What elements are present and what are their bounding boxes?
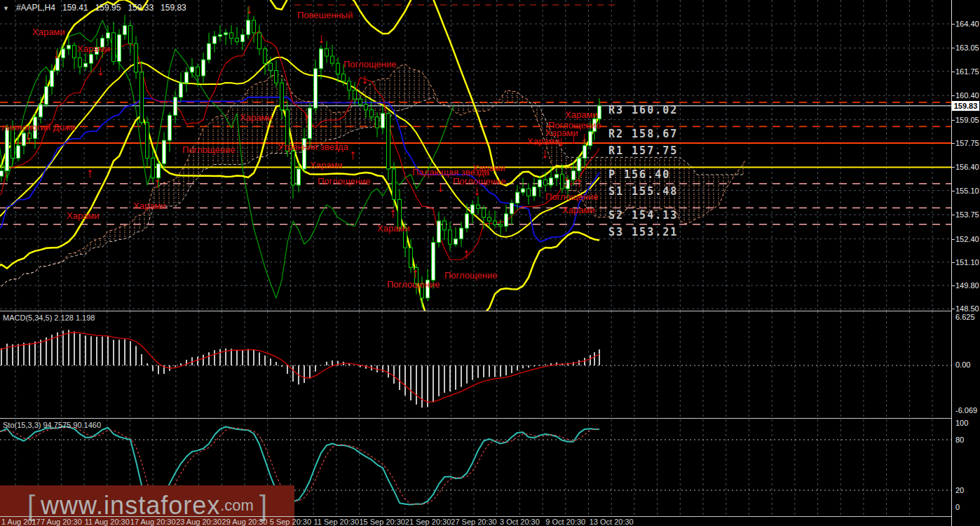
candle-body xyxy=(533,187,536,196)
candle-body xyxy=(583,146,587,159)
pattern-annotation: Харами xyxy=(77,43,110,54)
candle-body xyxy=(135,43,138,72)
candle-body xyxy=(241,34,245,41)
pivot-label-R2: R2 158.67 xyxy=(608,128,678,140)
macd-scale-max: 6.625 xyxy=(955,313,975,321)
time-axis-label: 11 Aug 20:30 xyxy=(85,518,130,526)
window-separator[interactable] xyxy=(0,418,980,419)
time-axis-label: 1 Aug 2017 xyxy=(1,518,41,526)
close-value: 159.83 xyxy=(161,3,186,13)
candle-body xyxy=(460,228,463,238)
pivot-label-P: P 156.40 xyxy=(608,168,670,181)
sto-scale-label: 100 xyxy=(955,419,968,427)
low-value: 159.33 xyxy=(128,3,154,13)
candle-body xyxy=(0,171,4,177)
candle-body xyxy=(348,81,351,90)
down-arrow-icon: ↓ xyxy=(361,72,368,86)
price-axis-tick xyxy=(951,262,955,263)
candle-body xyxy=(107,33,110,39)
down-arrow-icon: ↓ xyxy=(437,180,444,194)
time-axis-label: 5 Sep 20:30 xyxy=(270,518,311,526)
candle-body xyxy=(488,217,491,221)
up-arrow-icon: ↑ xyxy=(349,147,356,161)
candle-body xyxy=(353,90,357,100)
candle-body xyxy=(50,70,54,86)
candle-body xyxy=(264,49,267,63)
candle-body xyxy=(393,169,396,199)
candle-body xyxy=(437,221,441,243)
current-price-tag: 159.83 xyxy=(952,101,979,111)
down-arrow-icon: ↓ xyxy=(97,63,104,77)
candle-body xyxy=(224,33,228,35)
price-axis-tick xyxy=(951,48,955,48)
price-axis-tick xyxy=(951,191,955,191)
pattern-annotation: Поглощение xyxy=(182,144,235,155)
window-separator[interactable] xyxy=(0,311,980,311)
candle-body xyxy=(129,26,132,44)
macd-canvas[interactable] xyxy=(0,311,951,418)
time-axis-label: 3 Oct 20:30 xyxy=(500,518,540,526)
candle-body xyxy=(510,203,514,214)
time-axis-label: 15 Sep 20:30 xyxy=(359,518,404,526)
macd-scale-mid: 0.00 xyxy=(955,360,970,369)
pattern-annotation: Поглощение xyxy=(318,176,370,187)
up-arrow-icon: ↑ xyxy=(463,246,470,260)
candle-body xyxy=(387,114,390,169)
sto-scale-label: 0 xyxy=(955,503,960,511)
candle-body xyxy=(292,151,295,185)
candle-body xyxy=(550,178,553,185)
candle-body xyxy=(432,243,435,281)
candle-body xyxy=(45,86,48,104)
price-axis-label: 163.05 xyxy=(955,43,979,52)
up-arrow-icon: ↑ xyxy=(303,111,310,125)
chart-header: ▼#AAPL,H4159.41159.95159.33159.83 xyxy=(3,3,193,13)
candle-body xyxy=(465,214,469,228)
pattern-annotation: Поглощение xyxy=(387,279,440,290)
candle-body xyxy=(494,221,497,224)
price-axis-label: 151.10 xyxy=(955,258,979,267)
high-value: 159.95 xyxy=(95,3,121,13)
candle-body xyxy=(191,67,194,72)
price-axis-tick xyxy=(951,167,955,168)
candle-body xyxy=(359,99,362,104)
candle-body xyxy=(196,67,200,76)
up-arrow-icon: ↑ xyxy=(563,174,570,188)
candle-body xyxy=(179,83,183,97)
pattern-annotation: Харами xyxy=(240,112,273,123)
candle-body xyxy=(555,175,559,178)
open-value: 159.41 xyxy=(62,3,88,13)
macd-indicator-label: MACD(5,34,5) 2.128 1.198 xyxy=(3,313,95,322)
candle-body xyxy=(482,208,486,217)
time-axis-label: 17 Aug 20:30 xyxy=(130,518,176,526)
down-arrow-icon: ↓ xyxy=(245,1,252,15)
candle-body xyxy=(572,171,576,180)
price-axis-tick xyxy=(951,239,955,240)
pattern-annotation: Харами xyxy=(472,163,505,173)
price-axis-tick xyxy=(951,95,955,96)
candle-body xyxy=(73,46,76,58)
time-axis-label: 23 Aug 20:30 xyxy=(176,518,222,526)
candle-body xyxy=(499,224,503,227)
pattern-annotation: Харами xyxy=(377,223,410,234)
candle-body xyxy=(39,104,43,117)
price-axis-label: 160.40 xyxy=(955,91,979,100)
collapse-triangle-icon[interactable]: ▼ xyxy=(3,5,9,12)
down-arrow-icon: ↓ xyxy=(570,132,577,146)
time-axis-label: 29 Aug 20:30 xyxy=(222,518,268,526)
candle-body xyxy=(589,131,592,145)
candle-body xyxy=(381,114,385,128)
down-arrow-icon: ↓ xyxy=(25,128,32,142)
candle-body xyxy=(90,54,93,63)
pattern-annotation: Харами xyxy=(32,27,65,37)
up-arrow-icon: ↑ xyxy=(86,166,93,180)
sto-scale-label: 20 xyxy=(955,486,964,494)
down-arrow-icon: ↓ xyxy=(53,46,60,60)
price-chart-canvas[interactable] xyxy=(0,0,951,311)
pivot-label-R3: R3 160.02 xyxy=(608,104,678,116)
candle-body xyxy=(207,43,211,60)
price-axis-tick xyxy=(951,143,955,144)
price-axis-tick xyxy=(951,309,955,309)
candle-body xyxy=(454,239,458,245)
mt4-chart-window: { "header": {"symbol":"#AAPL,H4","open":… xyxy=(0,0,980,526)
pattern-annotation: Харами xyxy=(310,160,343,170)
